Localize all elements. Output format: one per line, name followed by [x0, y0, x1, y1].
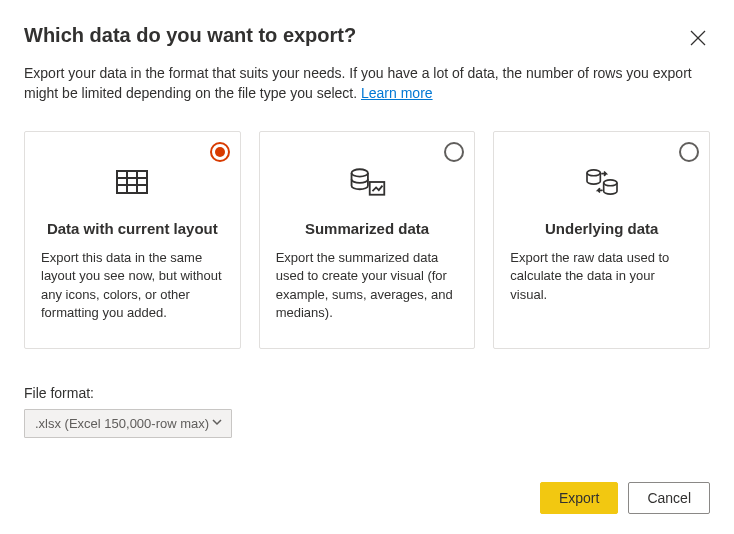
svg-point-7: [352, 169, 368, 176]
close-button[interactable]: [686, 26, 710, 50]
option-data-with-current-layout[interactable]: Data with current layout Export this dat…: [24, 131, 241, 349]
option-title: Summarized data: [276, 220, 459, 237]
description-text: Export your data in the format that suit…: [24, 65, 692, 101]
chevron-down-icon: [211, 416, 223, 431]
radio-unselected-icon: [444, 142, 464, 162]
option-underlying-data[interactable]: Underlying data Export the raw data used…: [493, 131, 710, 349]
dialog-title: Which data do you want to export?: [24, 24, 356, 47]
option-title: Underlying data: [510, 220, 693, 237]
option-description: Export the raw data used to calculate th…: [510, 249, 693, 304]
svg-rect-2: [117, 171, 147, 193]
radio-unselected-icon: [679, 142, 699, 162]
export-button[interactable]: Export: [540, 482, 618, 514]
option-description: Export this data in the same layout you …: [41, 249, 224, 322]
close-icon: [690, 30, 706, 46]
summarized-icon: [276, 158, 459, 206]
file-format-label: File format:: [24, 385, 710, 401]
dialog-footer: Export Cancel: [540, 482, 710, 514]
learn-more-link[interactable]: Learn more: [361, 85, 433, 101]
file-format-value: .xlsx (Excel 150,000-row max): [35, 416, 209, 431]
underlying-icon: [510, 158, 693, 206]
option-title: Data with current layout: [41, 220, 224, 237]
option-description: Export the summarized data used to creat…: [276, 249, 459, 322]
dialog-description: Export your data in the format that suit…: [24, 64, 704, 103]
radio-selected-icon: [210, 142, 230, 162]
file-format-select[interactable]: .xlsx (Excel 150,000-row max): [24, 409, 232, 438]
option-summarized-data[interactable]: Summarized data Export the summarized da…: [259, 131, 476, 349]
table-icon: [41, 158, 224, 206]
cancel-button[interactable]: Cancel: [628, 482, 710, 514]
svg-point-10: [603, 180, 616, 186]
export-options: Data with current layout Export this dat…: [24, 131, 710, 349]
svg-point-9: [587, 170, 600, 176]
